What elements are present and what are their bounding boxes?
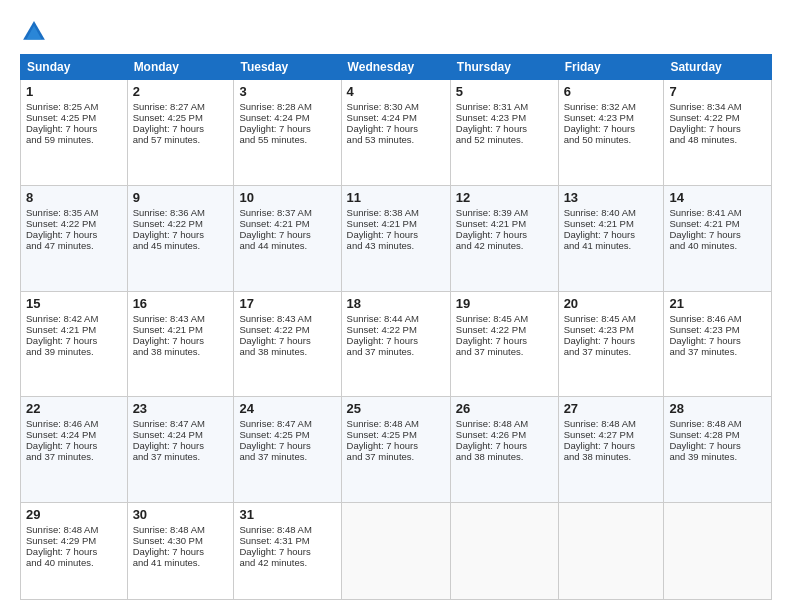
day-info-line: Sunrise: 8:34 AM (669, 101, 766, 112)
day-number: 21 (669, 296, 766, 311)
calendar-cell: 19Sunrise: 8:45 AMSunset: 4:22 PMDayligh… (450, 291, 558, 397)
day-info-line: Daylight: 7 hours (26, 546, 122, 557)
day-info-line: Daylight: 7 hours (564, 123, 659, 134)
day-info-line: Daylight: 7 hours (564, 335, 659, 346)
day-info-line: Sunrise: 8:47 AM (239, 418, 335, 429)
page: SundayMondayTuesdayWednesdayThursdayFrid… (0, 0, 792, 612)
day-info-line: Sunset: 4:22 PM (669, 112, 766, 123)
day-info-line: Daylight: 7 hours (669, 335, 766, 346)
day-info-line: and 39 minutes. (26, 346, 122, 357)
day-info-line: Daylight: 7 hours (26, 229, 122, 240)
day-info-line: Sunset: 4:24 PM (133, 429, 229, 440)
weekday-sunday: Sunday (21, 55, 128, 80)
day-info-line: Daylight: 7 hours (239, 229, 335, 240)
calendar-cell (341, 503, 450, 600)
day-info-line: Daylight: 7 hours (239, 546, 335, 557)
day-info-line: Sunset: 4:21 PM (669, 218, 766, 229)
day-info-line: Sunrise: 8:30 AM (347, 101, 445, 112)
day-info-line: and 41 minutes. (564, 240, 659, 251)
calendar-cell: 3Sunrise: 8:28 AMSunset: 4:24 PMDaylight… (234, 80, 341, 186)
day-info-line: Daylight: 7 hours (456, 123, 553, 134)
calendar-cell (450, 503, 558, 600)
day-info-line: and 39 minutes. (669, 451, 766, 462)
day-number: 2 (133, 84, 229, 99)
day-info-line: and 41 minutes. (133, 557, 229, 568)
day-info-line: Daylight: 7 hours (239, 123, 335, 134)
day-info-line: Daylight: 7 hours (564, 229, 659, 240)
day-info-line: Sunset: 4:31 PM (239, 535, 335, 546)
day-info-line: Sunrise: 8:27 AM (133, 101, 229, 112)
day-number: 31 (239, 507, 335, 522)
calendar-cell: 16Sunrise: 8:43 AMSunset: 4:21 PMDayligh… (127, 291, 234, 397)
day-info-line: and 42 minutes. (239, 557, 335, 568)
day-number: 14 (669, 190, 766, 205)
calendar-cell: 10Sunrise: 8:37 AMSunset: 4:21 PMDayligh… (234, 185, 341, 291)
day-info-line: and 37 minutes. (133, 451, 229, 462)
day-info-line: Daylight: 7 hours (347, 440, 445, 451)
calendar-cell: 11Sunrise: 8:38 AMSunset: 4:21 PMDayligh… (341, 185, 450, 291)
day-number: 5 (456, 84, 553, 99)
day-number: 15 (26, 296, 122, 311)
day-info-line: Sunrise: 8:45 AM (456, 313, 553, 324)
day-info-line: Daylight: 7 hours (133, 440, 229, 451)
day-info-line: Sunrise: 8:48 AM (564, 418, 659, 429)
day-info-line: Sunrise: 8:35 AM (26, 207, 122, 218)
weekday-monday: Monday (127, 55, 234, 80)
day-info-line: Sunrise: 8:39 AM (456, 207, 553, 218)
day-number: 9 (133, 190, 229, 205)
day-info-line: and 37 minutes. (239, 451, 335, 462)
day-info-line: Sunrise: 8:44 AM (347, 313, 445, 324)
week-row-1: 1Sunrise: 8:25 AMSunset: 4:25 PMDaylight… (21, 80, 772, 186)
day-info-line: and 38 minutes. (564, 451, 659, 462)
day-info-line: Sunset: 4:29 PM (26, 535, 122, 546)
day-info-line: Sunset: 4:26 PM (456, 429, 553, 440)
day-info-line: Sunset: 4:25 PM (133, 112, 229, 123)
day-info-line: Daylight: 7 hours (133, 123, 229, 134)
day-info-line: Daylight: 7 hours (347, 335, 445, 346)
day-info-line: and 43 minutes. (347, 240, 445, 251)
day-info-line: Sunset: 4:21 PM (347, 218, 445, 229)
day-info-line: Sunset: 4:23 PM (456, 112, 553, 123)
weekday-wednesday: Wednesday (341, 55, 450, 80)
day-info-line: and 52 minutes. (456, 134, 553, 145)
day-info-line: Sunrise: 8:25 AM (26, 101, 122, 112)
day-info-line: Sunset: 4:21 PM (26, 324, 122, 335)
day-info-line: Sunrise: 8:43 AM (239, 313, 335, 324)
day-info-line: and 38 minutes. (456, 451, 553, 462)
day-info-line: Daylight: 7 hours (26, 440, 122, 451)
calendar-cell: 30Sunrise: 8:48 AMSunset: 4:30 PMDayligh… (127, 503, 234, 600)
day-info-line: and 44 minutes. (239, 240, 335, 251)
calendar-cell: 21Sunrise: 8:46 AMSunset: 4:23 PMDayligh… (664, 291, 772, 397)
calendar-cell (558, 503, 664, 600)
day-info-line: Daylight: 7 hours (239, 335, 335, 346)
day-info-line: Sunset: 4:23 PM (564, 112, 659, 123)
day-number: 18 (347, 296, 445, 311)
calendar-cell: 1Sunrise: 8:25 AMSunset: 4:25 PMDaylight… (21, 80, 128, 186)
day-number: 12 (456, 190, 553, 205)
day-info-line: Sunrise: 8:48 AM (26, 524, 122, 535)
calendar-cell: 8Sunrise: 8:35 AMSunset: 4:22 PMDaylight… (21, 185, 128, 291)
day-info-line: Sunset: 4:22 PM (347, 324, 445, 335)
day-info-line: Sunset: 4:21 PM (456, 218, 553, 229)
day-info-line: Daylight: 7 hours (456, 229, 553, 240)
day-number: 29 (26, 507, 122, 522)
day-number: 24 (239, 401, 335, 416)
day-number: 28 (669, 401, 766, 416)
day-number: 25 (347, 401, 445, 416)
day-info-line: Sunrise: 8:46 AM (669, 313, 766, 324)
calendar-cell: 23Sunrise: 8:47 AMSunset: 4:24 PMDayligh… (127, 397, 234, 503)
day-info-line: and 40 minutes. (26, 557, 122, 568)
day-number: 11 (347, 190, 445, 205)
calendar-cell: 15Sunrise: 8:42 AMSunset: 4:21 PMDayligh… (21, 291, 128, 397)
day-number: 13 (564, 190, 659, 205)
day-info-line: Sunset: 4:24 PM (239, 112, 335, 123)
week-row-4: 22Sunrise: 8:46 AMSunset: 4:24 PMDayligh… (21, 397, 772, 503)
calendar-cell: 29Sunrise: 8:48 AMSunset: 4:29 PMDayligh… (21, 503, 128, 600)
header (20, 18, 772, 46)
day-info-line: Sunset: 4:22 PM (133, 218, 229, 229)
day-number: 4 (347, 84, 445, 99)
day-info-line: Sunrise: 8:37 AM (239, 207, 335, 218)
logo (20, 18, 54, 46)
day-info-line: Sunset: 4:21 PM (133, 324, 229, 335)
day-number: 3 (239, 84, 335, 99)
